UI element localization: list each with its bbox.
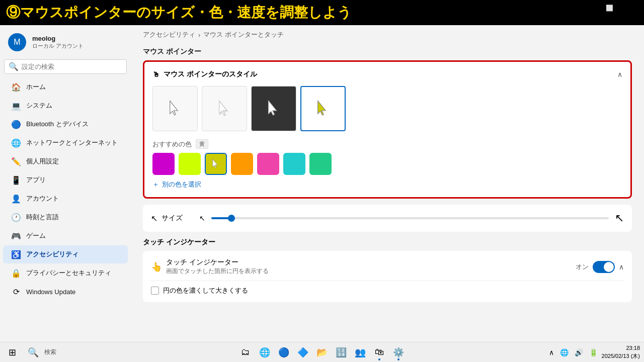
checkbox-circle-color[interactable] [151,287,159,295]
sidebar-label-network: ネットワークとインターネット [26,138,118,147]
pointer-style-custom[interactable] [300,86,346,131]
maximize-button[interactable]: ⬜ [598,0,621,16]
touch-card-sub: 画面でタッチした箇所に円を表示する [166,267,269,276]
sidebar-item-bluetooth[interactable]: 🔵 Bluetooth とデバイス [3,115,128,133]
touch-card-left: 👆 タッチ インジケーター 画面でタッチした箇所に円を表示する [151,258,269,276]
size-cursor-icon: ↖ [151,214,157,223]
search-box[interactable]: 🔍 [4,59,127,74]
sidebar-label-accessibility: アクセシビリティ [26,250,78,259]
minimize-button[interactable]: — [575,0,598,16]
accessibility-icon: ♿ [11,249,21,259]
taskbar-left: ⊞ 🔍 検索 [0,343,56,361]
color-section-label: おすすめの色 黄 [152,139,622,149]
pointer-style-black[interactable] [251,86,296,131]
color-label-text: おすすめの色 [152,140,192,149]
taskbar-center: 🗂 🌐 🔵 🔷 📂 🔢 👥 🛍 ⚙️ [236,343,408,361]
sidebar-item-network[interactable]: 🌐 ネットワークとインターネット [3,134,128,152]
color-swatches [152,153,622,175]
swatch-magenta[interactable] [152,153,175,175]
sidebar-item-accessibility[interactable]: ♿ アクセシビリティ [3,245,128,263]
search-icon-taskbar: 🔍 [28,347,39,358]
taskbar-app-store[interactable]: 🛍 [370,343,388,361]
taskbar-app-edge[interactable]: 🌐 [256,343,274,361]
taskbar-app-settings[interactable]: ⚙️ [389,343,408,361]
sidebar-label-accounts: アカウント [26,194,59,203]
breadcrumb-sep: › [198,31,200,39]
user-info: meolog ローカル アカウント [32,35,84,50]
add-color-button[interactable]: ＋ 別の色を選択 [152,180,622,189]
chrome-icon: 🔵 [278,347,289,358]
style-card: 🖱 マウス ポインターのスタイル ∧ [143,60,632,199]
edge-icon: 🌐 [259,347,270,358]
swatch-orange[interactable] [231,153,253,175]
taskbar-app-chrome[interactable]: 🔵 [275,343,293,361]
taskbar-app-ie[interactable]: 🔷 [294,343,312,361]
sidebar-item-gaming[interactable]: 🎮 ゲーム [3,227,128,245]
add-color-plus: ＋ [152,180,159,189]
size-slider-track[interactable] [211,217,609,219]
size-section: ↖ サイズ ↖ ↖ [143,205,632,232]
touch-toggle[interactable] [593,261,615,273]
sidebar-item-home[interactable]: 🏠 ホーム [3,78,128,96]
start-button[interactable]: ⊞ [2,343,22,361]
search-icon: 🔍 [9,62,19,71]
swatch-cyan[interactable] [283,153,305,175]
touch-card-header: 👆 タッチ インジケーター 画面でタッチした箇所に円を表示する オン ∧ [151,258,624,276]
calc-icon: 🔢 [336,347,347,358]
tray-volume[interactable]: 🔊 [573,347,585,357]
sidebar-label-home: ホーム [26,82,46,92]
tray-battery[interactable]: 🔋 [587,347,600,357]
avatar: M [8,33,26,51]
settings-icon: ⚙️ [393,347,404,358]
taskbar: ⊞ 🔍 検索 🗂 🌐 🔵 🔷 📂 🔢 👥 🛍 [0,342,644,362]
sidebar-label-personal: 個人用設定 [26,157,59,166]
bluetooth-icon: 🔵 [11,119,21,129]
swatch-green[interactable] [309,153,332,175]
close-button[interactable]: ✕ [621,0,644,16]
store-active-dot [378,358,380,360]
home-icon: 🏠 [11,82,21,92]
add-color-label: 別の色を選択 [162,180,201,189]
teams-icon: 👥 [355,347,366,358]
swatch-yellow[interactable] [205,153,227,175]
search-input[interactable] [22,63,122,70]
sidebar-item-apps[interactable]: 📱 アプリ [3,171,128,189]
pointer-style-shadow[interactable] [202,86,247,131]
card-header-left: 🖱 マウス ポインターのスタイル [152,70,257,79]
style-card-collapse-button[interactable]: ∧ [617,70,622,78]
tray-network[interactable]: 🌐 [558,347,571,357]
size-label: ↖ サイズ [151,214,191,223]
touch-card-info: タッチ インジケーター 画面でタッチした箇所に円を表示する [166,258,269,276]
sidebar-item-windowsupdate[interactable]: ⟳ Windows Update [3,283,128,301]
taskbar-app-files[interactable]: 📂 [313,343,331,361]
touch-card-collapse-button[interactable]: ∧ [619,263,624,271]
sidebar-label-windowsupdate: Windows Update [26,288,75,296]
privacy-icon: 🔒 [11,268,21,278]
taskbar-app-calc[interactable]: 🔢 [332,343,350,361]
taskbar-time[interactable]: 23:18 2025/02/13 (木) [602,344,640,360]
main-layout: M meolog ローカル アカウント 🔍 🏠 ホーム 💻 システム 🔵 Blu… [0,25,644,342]
taskbar-app-explorer[interactable]: 🗂 [236,343,255,361]
pointer-style-white[interactable] [152,86,198,131]
swatch-yellow-green[interactable] [179,153,201,175]
sidebar-item-system[interactable]: 💻 システム [3,97,128,115]
sidebar-item-privacy[interactable]: 🔒 プライバシーとセキュリティ [3,264,128,282]
sidebar-item-time[interactable]: 🕐 時刻と言語 [3,208,128,226]
breadcrumb-part2: マウス ポインターとタッチ [203,30,284,39]
start-icon: ⊞ [9,347,16,358]
sidebar-item-personal[interactable]: ✏️ 個人用設定 [3,152,128,170]
sidebar-label-gaming: ゲーム [26,231,46,240]
windowsupdate-icon: ⟳ [11,287,21,297]
card-header: 🖱 マウス ポインターのスタイル ∧ [152,70,622,79]
date-display: 2025/02/13 (木) [602,352,640,360]
personal-icon: ✏️ [11,156,21,166]
touch-card-divider [151,281,624,281]
tray-chevron[interactable]: ∧ [547,347,556,357]
sidebar-item-accounts[interactable]: 👤 アカウント [3,190,128,208]
taskbar-app-teams[interactable]: 👥 [351,343,369,361]
window-controls: — ⬜ ✕ [575,0,644,16]
search-button[interactable]: 🔍 [23,343,43,361]
slider-thumb[interactable] [228,215,235,222]
swatch-pink[interactable] [257,153,279,175]
breadcrumb-part1: アクセシビリティ [143,30,195,39]
